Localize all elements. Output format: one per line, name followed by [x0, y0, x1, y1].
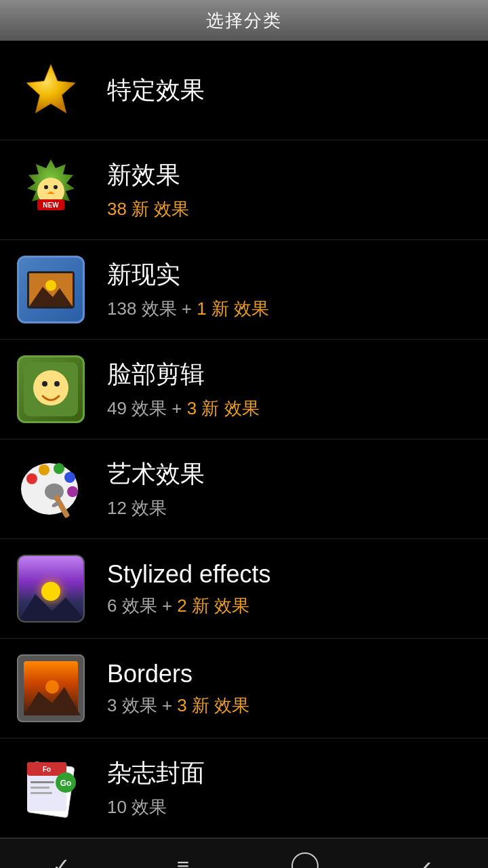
item-title-art: 艺术效果 — [107, 458, 205, 491]
reality-scene-svg — [29, 273, 73, 307]
list-item-borders[interactable]: Borders 3 效果 + 3 新 效果 — [0, 639, 488, 738]
star-icon — [20, 60, 81, 121]
svg-marker-0 — [26, 64, 75, 113]
icon-magazine: Fo Go — [14, 751, 88, 825]
face-new-highlight: 3 新 效果 — [187, 398, 260, 418]
svg-rect-33 — [30, 781, 54, 783]
svg-point-4 — [54, 185, 58, 189]
back-icon: ‹ — [422, 852, 431, 869]
home-circle-icon — [291, 852, 319, 869]
svg-point-17 — [26, 473, 37, 484]
face-icon — [17, 355, 85, 423]
reality-new-highlight: 1 新 效果 — [197, 298, 269, 319]
stylized-new-highlight: 2 新 效果 — [177, 595, 249, 616]
icon-art — [14, 452, 88, 526]
face-svg — [24, 362, 78, 416]
magazine-icon: Fo Go — [17, 754, 85, 822]
item-text-reality: 新现实 138 效果 + 1 新 效果 — [107, 258, 269, 321]
item-title-stylized: Stylized effects — [107, 560, 270, 589]
svg-text:Fo: Fo — [43, 766, 51, 773]
item-title-new: 新效果 — [107, 159, 189, 192]
svg-point-20 — [64, 472, 75, 483]
menu-icon: ≡ — [177, 855, 190, 869]
svg-point-10 — [45, 280, 56, 291]
header-title: 选择分类 — [206, 9, 282, 33]
palette-icon — [17, 455, 85, 523]
item-subtitle-art: 12 效果 — [107, 496, 205, 520]
item-title-face: 脸部剪辑 — [107, 358, 260, 391]
list-item-new[interactable]: NEW 新效果 38 新 效果 — [0, 140, 488, 240]
nav-home-button[interactable] — [278, 846, 332, 869]
item-text-stylized: Stylized effects 6 效果 + 2 新 效果 — [107, 560, 270, 618]
svg-rect-35 — [30, 792, 52, 794]
svg-point-3 — [44, 185, 48, 189]
svg-point-21 — [67, 486, 78, 497]
borders-new-highlight: 3 新 效果 — [177, 695, 249, 715]
nav-back-button[interactable]: ‹ — [400, 846, 454, 869]
item-text-featured: 特定效果 — [107, 74, 205, 107]
svg-text:NEW: NEW — [43, 201, 59, 209]
item-subtitle-new: 38 新 效果 — [107, 197, 189, 221]
list-item-magazine[interactable]: Fo Go 杂志封面 10 效果 — [0, 738, 488, 838]
new-icon: NEW — [17, 156, 85, 224]
item-title-magazine: 杂志封面 — [107, 757, 205, 790]
nav-check-button[interactable]: ✓ — [34, 846, 88, 869]
item-subtitle-stylized: 6 效果 + 2 新 效果 — [107, 594, 270, 618]
svg-point-13 — [42, 381, 47, 387]
item-subtitle-face: 49 效果 + 3 新 效果 — [107, 397, 260, 420]
list-item-reality[interactable]: 新现实 138 效果 + 1 新 效果 — [0, 240, 488, 340]
svg-text:Go: Go — [60, 778, 72, 788]
icon-face — [14, 352, 88, 427]
item-text-new: 新效果 38 新 效果 — [107, 159, 189, 221]
list-item-art[interactable]: 艺术效果 12 效果 — [0, 439, 488, 539]
item-text-borders: Borders 3 效果 + 3 新 效果 — [107, 660, 249, 717]
svg-marker-24 — [18, 594, 85, 621]
reality-inner — [27, 271, 75, 309]
item-title-reality: 新现实 — [107, 258, 269, 292]
item-subtitle-reality: 138 效果 + 1 新 效果 — [107, 297, 269, 321]
reality-frame-icon — [17, 256, 85, 323]
borders-inner — [24, 661, 78, 715]
app-header: 选择分类 — [0, 0, 488, 41]
list-item-face[interactable]: 脸部剪辑 49 效果 + 3 新 效果 — [0, 340, 488, 439]
list-item-stylized[interactable]: Stylized effects 6 效果 + 2 新 效果 — [0, 539, 488, 639]
stylized-icon — [17, 555, 85, 623]
list-item-featured[interactable]: 特定效果 — [0, 41, 488, 140]
icon-stylized — [14, 551, 88, 626]
item-subtitle-magazine: 10 效果 — [107, 795, 205, 819]
icon-reality — [14, 252, 88, 327]
nav-menu-button[interactable]: ≡ — [156, 846, 210, 869]
borders-icon — [17, 654, 85, 722]
svg-rect-34 — [30, 787, 49, 789]
icon-borders — [14, 651, 88, 726]
svg-point-19 — [54, 463, 64, 474]
item-text-magazine: 杂志封面 10 效果 — [107, 757, 205, 819]
item-subtitle-borders: 3 效果 + 3 新 效果 — [107, 694, 249, 717]
item-text-face: 脸部剪辑 49 效果 + 3 新 效果 — [107, 358, 260, 420]
svg-point-18 — [39, 465, 49, 475]
item-title-featured: 特定效果 — [107, 74, 205, 107]
nav-bar: ✓ ≡ ‹ — [0, 838, 488, 868]
icon-new: NEW — [14, 153, 88, 227]
category-list: 特定效果 — [0, 41, 488, 838]
svg-point-14 — [54, 381, 60, 387]
borders-mountain-svg — [24, 675, 81, 715]
stylized-mountain-svg — [18, 587, 85, 621]
check-icon: ✓ — [52, 855, 70, 869]
new-count-highlight: 38 新 效果 — [107, 199, 189, 219]
icon-featured — [14, 53, 88, 127]
svg-point-26 — [45, 680, 59, 694]
item-title-borders: Borders — [107, 660, 249, 688]
item-text-art: 艺术效果 12 效果 — [107, 458, 205, 520]
